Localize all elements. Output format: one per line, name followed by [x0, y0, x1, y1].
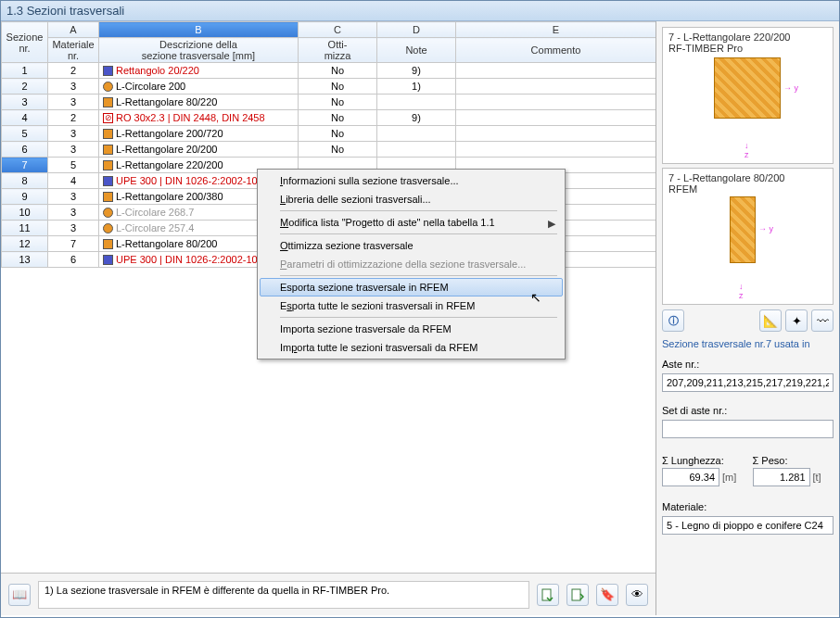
- col-header-e[interactable]: Commento: [456, 38, 656, 63]
- aste-label: Aste nr.:: [662, 359, 834, 370]
- context-menu-item[interactable]: Importa tutte le sezioni trasversali da …: [260, 338, 563, 357]
- col-letter-c[interactable]: C: [299, 22, 377, 38]
- row-number[interactable]: 11: [2, 221, 48, 236]
- cell-description[interactable]: L-Rettangolare 80/220: [99, 95, 299, 110]
- table-row[interactable]: 42⊘RO 30x2.3 | DIN 2448, DIN 2458No9): [2, 110, 656, 126]
- row-number[interactable]: 2: [2, 79, 48, 95]
- col-header-a[interactable]: Materiale nr.: [48, 38, 99, 63]
- cell-material[interactable]: 3: [48, 79, 99, 95]
- cell-optimize[interactable]: No: [299, 142, 377, 158]
- cell-description[interactable]: L-Rettangolare 200/720: [99, 126, 299, 142]
- cell-description[interactable]: ⊘RO 30x2.3 | DIN 2448, DIN 2458: [99, 110, 299, 126]
- cell-comment[interactable]: [456, 142, 656, 158]
- export-all-icon[interactable]: [566, 584, 589, 606]
- cell-comment[interactable]: [456, 79, 656, 95]
- weight-label: Σ Peso:: [753, 455, 834, 466]
- cell-material[interactable]: 4: [48, 173, 99, 189]
- table-row[interactable]: 53L-Rettangolare 200/720No: [2, 126, 656, 142]
- eye-icon[interactable]: 👁: [626, 584, 648, 606]
- cell-description[interactable]: L-Rettangolare 20/200: [99, 142, 299, 158]
- table-row[interactable]: 63L-Rettangolare 20/200No: [2, 142, 656, 158]
- context-menu-item[interactable]: Esporta sezione trasversale in RFEM: [260, 278, 563, 296]
- material-field[interactable]: [662, 516, 834, 535]
- context-menu-item[interactable]: Ottimizza sezione trasversale: [260, 236, 563, 255]
- cell-material[interactable]: 3: [48, 189, 99, 205]
- cell-description[interactable]: L-Circolare 200: [99, 79, 299, 95]
- book-icon[interactable]: 📖: [8, 584, 31, 606]
- col-header-b[interactable]: Descrizione della sezione trasversale [m…: [99, 38, 299, 63]
- row-number[interactable]: 6: [2, 142, 48, 158]
- cell-material[interactable]: 3: [48, 95, 99, 110]
- cell-material[interactable]: 2: [48, 110, 99, 126]
- cell-note[interactable]: [377, 126, 456, 142]
- cell-material[interactable]: 3: [48, 205, 99, 221]
- cell-optimize[interactable]: No: [299, 95, 377, 110]
- cell-material[interactable]: 3: [48, 142, 99, 158]
- cell-note[interactable]: 9): [377, 63, 456, 79]
- col-header-rownum[interactable]: Sezione nr.: [2, 22, 48, 63]
- col-header-c[interactable]: Otti- mizza: [299, 38, 377, 63]
- row-number[interactable]: 3: [2, 95, 48, 110]
- cell-optimize[interactable]: No: [299, 126, 377, 142]
- cell-comment[interactable]: [456, 63, 656, 79]
- row-number[interactable]: 13: [2, 252, 48, 268]
- tool-icon-2[interactable]: ✦: [785, 309, 808, 332]
- tool-icon-1[interactable]: 📐: [759, 309, 782, 332]
- filter-icon[interactable]: 🔖: [596, 584, 618, 606]
- cell-optimize[interactable]: No: [299, 79, 377, 95]
- chevron-right-icon: ▶: [548, 218, 555, 230]
- export-sheet-icon[interactable]: [537, 584, 559, 606]
- cell-material[interactable]: 2: [48, 63, 99, 79]
- cell-note[interactable]: [377, 95, 456, 110]
- row-number[interactable]: 7: [2, 158, 48, 173]
- context-menu-item[interactable]: Esporta tutte le sezioni trasversali in …: [260, 296, 563, 315]
- col-letter-d[interactable]: D: [377, 22, 456, 38]
- cell-description[interactable]: Rettangolo 20/220: [99, 63, 299, 79]
- color-swatch: [103, 129, 113, 139]
- aste-field[interactable]: [662, 373, 834, 392]
- cell-material[interactable]: 3: [48, 221, 99, 236]
- context-menu-item[interactable]: Libreria delle sezioni trasversali...: [260, 190, 563, 208]
- row-number[interactable]: 1: [2, 63, 48, 79]
- table-row[interactable]: 12Rettangolo 20/220No9): [2, 63, 656, 79]
- length-unit: [m]: [722, 472, 736, 483]
- col-header-d[interactable]: Note: [377, 38, 456, 63]
- tool-icon-3[interactable]: 〰: [811, 309, 834, 332]
- cell-optimize[interactable]: No: [299, 110, 377, 126]
- col-letter-b[interactable]: B: [99, 22, 299, 38]
- cell-note[interactable]: [377, 142, 456, 158]
- color-swatch: [103, 223, 113, 233]
- context-menu-item[interactable]: Modifica lista "Progetto di aste" nella …: [260, 213, 563, 232]
- row-number[interactable]: 9: [2, 189, 48, 205]
- cell-material[interactable]: 6: [48, 252, 99, 268]
- cell-material[interactable]: 3: [48, 126, 99, 142]
- cell-note[interactable]: 1): [377, 79, 456, 95]
- color-swatch: [103, 82, 113, 92]
- cell-material[interactable]: 5: [48, 158, 99, 173]
- svg-rect-0: [542, 589, 551, 600]
- context-menu-item: Parametri di ottimizzazione della sezion…: [260, 255, 563, 273]
- row-number[interactable]: 12: [2, 236, 48, 252]
- set-field[interactable]: [662, 420, 834, 438]
- table-row[interactable]: 23L-Circolare 200No1): [2, 79, 656, 95]
- cell-optimize[interactable]: No: [299, 63, 377, 79]
- table-row[interactable]: 33L-Rettangolare 80/220No: [2, 95, 656, 110]
- weight-field: [753, 468, 810, 486]
- info-icon[interactable]: ⓘ: [662, 309, 684, 332]
- cell-comment[interactable]: [456, 110, 656, 126]
- col-letter-e[interactable]: E: [456, 22, 656, 38]
- cell-comment[interactable]: [456, 126, 656, 142]
- cell-note[interactable]: 9): [377, 110, 456, 126]
- row-number[interactable]: 8: [2, 173, 48, 189]
- context-menu-item[interactable]: Informazioni sulla sezione trasversale..…: [260, 171, 563, 190]
- cell-comment[interactable]: [456, 95, 656, 110]
- context-menu[interactable]: Informazioni sulla sezione trasversale..…: [257, 169, 566, 359]
- cell-material[interactable]: 7: [48, 236, 99, 252]
- row-number[interactable]: 5: [2, 126, 48, 142]
- color-swatch: [103, 255, 113, 265]
- color-swatch: [103, 208, 113, 218]
- col-letter-a[interactable]: A: [48, 22, 99, 38]
- row-number[interactable]: 10: [2, 205, 48, 221]
- context-menu-item[interactable]: Importa sezione trasversale da RFEM: [260, 320, 563, 338]
- row-number[interactable]: 4: [2, 110, 48, 126]
